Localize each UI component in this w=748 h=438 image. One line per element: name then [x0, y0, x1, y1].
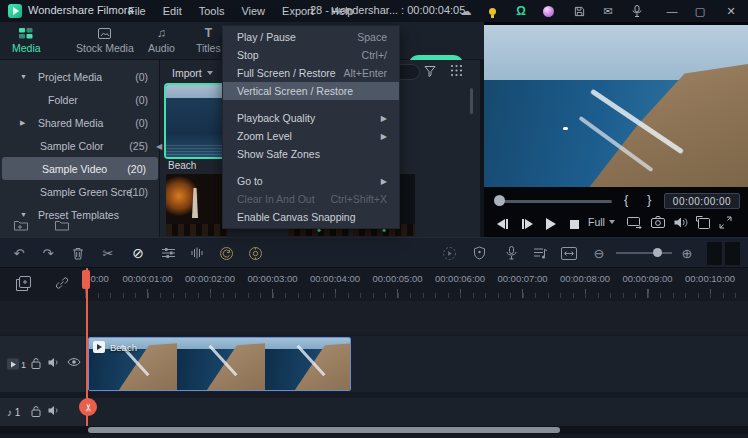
lock-icon[interactable] [31, 357, 45, 371]
cloud-icon[interactable]: ☁ [458, 3, 474, 19]
volume-icon[interactable] [674, 216, 692, 234]
tab-audio[interactable]: ♫ Audio [148, 26, 175, 54]
zoom-in-icon[interactable]: ⊕ [678, 244, 696, 262]
close-button[interactable]: ✕ [718, 0, 744, 22]
import-dropdown-arrow[interactable] [207, 71, 213, 75]
previous-frame-button[interactable] [492, 214, 512, 234]
speed-sliders-icon[interactable] [159, 244, 177, 262]
panel-collapse-arrow[interactable]: ◀ [156, 142, 162, 151]
expander-down-icon[interactable]: ▼ [20, 211, 30, 218]
link-icon[interactable] [55, 276, 71, 292]
record-voiceover-icon[interactable] [502, 244, 520, 262]
import-button[interactable]: Import [172, 67, 202, 79]
motion-tracking-icon[interactable] [246, 244, 264, 262]
undo-icon[interactable]: ↶ [10, 244, 28, 262]
mark-in-button[interactable]: { [624, 192, 628, 207]
audio-stretch-icon[interactable] [532, 244, 550, 262]
mic-icon[interactable] [629, 3, 645, 19]
timeline-clip-beach[interactable]: Beach [88, 337, 351, 391]
mirror-display-icon[interactable] [627, 216, 645, 234]
sidebar-item-label: Project Media [38, 71, 102, 83]
sidebar-item-sample-color[interactable]: Sample Color(25) [0, 134, 160, 157]
menubar-item-edit[interactable]: Edit [163, 5, 182, 17]
empty-track-lane[interactable] [0, 301, 748, 335]
split-scissors-icon[interactable]: ✂ [99, 244, 117, 262]
grid-view-icon[interactable] [450, 64, 466, 80]
menu-item-full-screen-restore[interactable]: Full Screen / RestoreAlt+Enter [223, 64, 399, 82]
sidebar-item-count: (20) [127, 163, 146, 175]
playhead-cut-button[interactable]: ✂ [79, 398, 97, 416]
audio-adjust-icon[interactable] [188, 244, 206, 262]
expander-down-icon[interactable]: ▼ [20, 73, 30, 80]
export-frame-icon[interactable] [696, 216, 714, 234]
media-panel-scrollbar[interactable] [470, 88, 473, 114]
mark-shield-icon[interactable] [470, 244, 488, 262]
play-button[interactable] [541, 214, 561, 234]
stop-button[interactable] [564, 214, 584, 234]
mail-icon[interactable]: ✉ [600, 3, 616, 19]
menu-item-zoom-level[interactable]: Zoom Level▶ [223, 127, 399, 145]
playhead-handle[interactable] [82, 270, 90, 289]
lock-icon[interactable] [31, 405, 45, 419]
fit-timeline-icon[interactable] [560, 244, 578, 262]
menu-item-play-pause[interactable]: Play / PauseSpace [223, 28, 399, 46]
timeline-zoom-slider[interactable] [616, 252, 672, 254]
zoom-out-icon[interactable]: ⊖ [590, 244, 608, 262]
eye-icon[interactable] [67, 357, 81, 371]
save-icon[interactable] [571, 3, 587, 19]
video-track-header: 1 [0, 336, 85, 392]
media-item-beach[interactable] [166, 85, 228, 157]
menu-item-show-safe-zones[interactable]: Show Safe Zones [223, 145, 399, 163]
scrubber-handle[interactable] [494, 195, 505, 206]
preview-zoom-select[interactable]: Full [588, 216, 615, 228]
menu-item-vertical-screen-restore[interactable]: Vertical Screen / Restore [223, 82, 399, 100]
panel-toggle-left[interactable] [707, 242, 722, 265]
sidebar-item-sample-video[interactable]: Sample Video(20) [2, 157, 158, 180]
scrubber-track[interactable] [496, 200, 612, 203]
menu-item-playback-quality[interactable]: Playback Quality▶ [223, 109, 399, 127]
mute-icon[interactable] [48, 357, 62, 371]
sidebar-item-label: Shared Media [38, 117, 103, 129]
timeline-zoom-handle[interactable] [653, 248, 662, 257]
color-match-icon[interactable] [217, 244, 235, 262]
menubar-item-view[interactable]: View [241, 5, 265, 17]
headset-icon[interactable]: Ω [513, 3, 529, 19]
delete-folder-icon[interactable] [55, 219, 69, 231]
bulb-icon[interactable] [484, 3, 500, 19]
menu-item-go-to[interactable]: Go to▶ [223, 172, 399, 190]
crop-icon[interactable]: ⊘ [129, 244, 147, 262]
media-item-2[interactable] [166, 174, 228, 236]
maximize-button[interactable]: ▢ [687, 0, 713, 22]
tab-media[interactable]: Media [12, 26, 41, 54]
expander-right-icon[interactable]: ▶ [20, 119, 30, 127]
redo-icon[interactable]: ↷ [39, 244, 57, 262]
mark-out-button[interactable]: } [647, 192, 651, 207]
render-preview-icon[interactable] [440, 244, 458, 262]
fullscreen-icon[interactable] [719, 216, 737, 234]
manage-tracks-icon[interactable] [16, 276, 32, 292]
next-frame-button[interactable] [517, 214, 537, 234]
menubar-item-tools[interactable]: Tools [199, 5, 225, 17]
sidebar-item-folder[interactable]: Folder(0) [0, 88, 160, 111]
sidebar-item-shared-media[interactable]: ▶Shared Media(0) [0, 111, 160, 134]
panel-toggle-right[interactable] [725, 242, 740, 265]
preview-video[interactable] [484, 25, 748, 187]
tab-titles[interactable]: T Titles [196, 26, 221, 54]
sidebar-item-sample-green-scre[interactable]: Sample Green Scre...(10) [0, 180, 160, 203]
menu-item-enable-canvas-snapping[interactable]: Enable Canvas Snapping [223, 208, 399, 226]
mute-icon[interactable] [48, 405, 62, 419]
menu-item-stop[interactable]: StopCtrl+/ [223, 46, 399, 64]
new-folder-icon[interactable] [14, 219, 28, 231]
video-track[interactable]: 1 Beach [0, 336, 748, 392]
tab-stock-media[interactable]: Stock Media [76, 26, 134, 54]
delete-icon[interactable] [69, 244, 87, 262]
account-avatar[interactable] [540, 3, 556, 19]
menu-item-shortcut: Ctrl+Shift+X [330, 193, 387, 205]
menubar-item-file[interactable]: File [128, 5, 146, 17]
minimize-button[interactable]: — [659, 0, 685, 22]
filter-icon[interactable] [423, 64, 439, 80]
timeline-scrollbar-thumb[interactable] [88, 427, 560, 433]
snapshot-camera-icon[interactable] [651, 216, 669, 234]
audio-track[interactable]: ♪ 1 [0, 398, 748, 426]
sidebar-item-project-media[interactable]: ▼Project Media(0) [0, 65, 160, 88]
